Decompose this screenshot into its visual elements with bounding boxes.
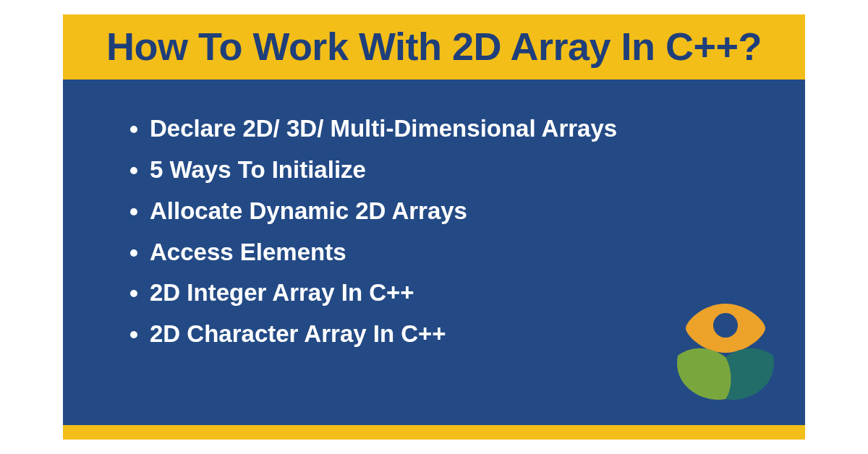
topic-list: Declare 2D/ 3D/ Multi-Dimensional Arrays… bbox=[124, 108, 762, 355]
svg-point-0 bbox=[713, 313, 738, 338]
list-item: Declare 2D/ 3D/ Multi-Dimensional Arrays bbox=[150, 108, 762, 150]
title-band: How To Work With 2D Array In C++? bbox=[63, 14, 805, 80]
list-item: 5 Ways To Initialize bbox=[150, 150, 762, 191]
list-item: Allocate Dynamic 2D Arrays bbox=[150, 191, 762, 232]
unstop-logo-icon bbox=[668, 291, 783, 406]
body-band: Declare 2D/ 3D/ Multi-Dimensional Arrays… bbox=[63, 80, 805, 425]
list-item: Access Elements bbox=[150, 232, 762, 273]
slide-title: How To Work With 2D Array In C++? bbox=[92, 25, 776, 68]
slide-card: How To Work With 2D Array In C++? Declar… bbox=[63, 14, 805, 440]
